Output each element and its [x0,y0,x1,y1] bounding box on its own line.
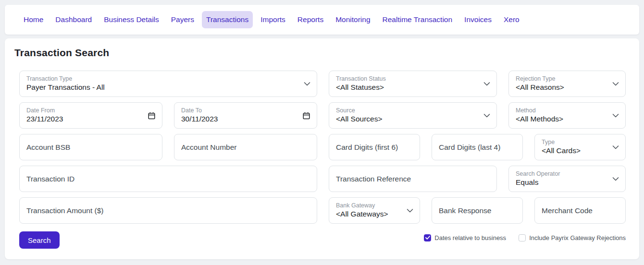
source-select[interactable]: Source <All Sources> [329,102,497,129]
card-digits-first6-input[interactable] [329,134,420,160]
checkbox-group: Dates relative to business Include Payri… [424,234,626,241]
nav-item-business-details[interactable]: Business Details [99,11,163,28]
transaction-reference-input[interactable] [329,166,496,192]
nav-item-payers[interactable]: Payers [167,11,198,28]
search-operator-value: Equals [516,178,619,188]
form-row-3: Type <All Cards> [19,134,626,160]
nav-item-xero[interactable]: Xero [499,11,524,28]
merchant-code-input[interactable] [535,198,625,223]
chevron-down-icon [304,82,310,86]
transaction-status-label: Transaction Status [336,75,490,83]
checkbox-checked-icon[interactable] [424,234,431,241]
bank-response-input[interactable] [432,198,522,223]
bank-gateway-value: <All Gateways> [336,209,413,219]
chevron-down-icon [483,113,490,118]
nav-item-imports[interactable]: Imports [256,11,290,28]
form-row-4: Search Operator Equals [19,166,626,192]
transaction-type-select[interactable]: Transaction Type Payer Transactions - Al… [19,71,317,97]
chevron-down-icon [407,208,413,213]
card-digits-last4-input[interactable] [432,134,522,160]
rejection-type-label: Rejection Type [516,75,619,83]
transaction-search-panel: Transaction Search Transaction Type Paye… [5,38,639,259]
method-value: <All Methods> [516,114,619,124]
search-button[interactable]: Search [19,231,60,249]
transaction-amount-field [19,197,317,224]
search-form: Transaction Type Payer Transactions - Al… [5,59,639,249]
chevron-down-icon [612,82,619,86]
nav-item-home[interactable]: Home [19,11,48,28]
top-navigation: Home Dashboard Business Details Payers T… [5,5,639,35]
chevron-down-icon [612,113,619,118]
chevron-down-icon [612,177,619,181]
dates-relative-label: Dates relative to business [434,234,506,241]
search-operator-label: Search Operator [516,170,619,178]
nav-item-transactions[interactable]: Transactions [202,11,253,28]
nav-item-realtime-transaction[interactable]: Realtime Transaction [378,11,457,28]
page-title: Transaction Search [5,38,639,59]
include-payrix-rejections-label: Include Payrix Gateway Rejections [529,234,626,241]
chevron-down-icon [612,145,619,149]
account-number-input[interactable] [174,134,317,160]
account-number-field [174,134,317,160]
transaction-amount-input[interactable] [20,198,317,223]
rejection-type-value: <All Reasons> [516,83,619,93]
date-from-field[interactable]: Date From 23/11/2023 [19,102,162,129]
card-type-select[interactable]: Type <All Cards> [534,134,626,160]
bank-gateway-label: Bank Gateway [336,202,413,210]
date-from-value: 23/11/2023 [26,114,155,124]
card-digits-first6-field [329,134,420,160]
date-to-label: Date To [181,107,310,115]
nav-item-monitoring[interactable]: Monitoring [331,11,374,28]
transaction-id-field [19,166,317,192]
form-footer: Search Dates relative to business Includ… [19,231,626,249]
bank-gateway-select[interactable]: Bank Gateway <All Gateways> [329,197,420,224]
account-bsb-input[interactable] [20,134,162,160]
date-to-field[interactable]: Date To 30/11/2023 [174,102,317,129]
include-payrix-rejections-checkbox[interactable]: Include Payrix Gateway Rejections [519,234,626,241]
rejection-type-select[interactable]: Rejection Type <All Reasons> [508,71,626,97]
nav-item-invoices[interactable]: Invoices [460,11,496,28]
card-type-value: <All Cards> [542,146,619,156]
form-row-1: Transaction Type Payer Transactions - Al… [19,71,626,97]
method-label: Method [516,107,619,115]
transaction-status-select[interactable]: Transaction Status <All Statuses> [329,71,497,97]
date-from-label: Date From [26,107,155,115]
nav-item-reports[interactable]: Reports [293,11,328,28]
chevron-down-icon [483,82,490,86]
transaction-reference-field [329,166,497,192]
dates-relative-checkbox[interactable]: Dates relative to business [424,234,506,241]
transaction-type-value: Payer Transactions - All [26,83,310,93]
transaction-type-label: Transaction Type [26,75,310,83]
account-bsb-field [19,134,162,160]
calendar-icon[interactable] [148,111,156,120]
bank-response-field [432,197,523,224]
nav-item-dashboard[interactable]: Dashboard [51,11,96,28]
checkbox-unchecked-icon[interactable] [519,234,526,241]
card-digits-last4-field [432,134,523,160]
form-row-2: Date From 23/11/2023 Date To 30/11/2023 … [19,102,626,129]
transaction-status-value: <All Statuses> [336,83,490,93]
method-select[interactable]: Method <All Methods> [508,102,626,129]
transaction-id-input[interactable] [20,166,317,192]
card-type-label: Type [542,138,619,146]
calendar-icon[interactable] [302,111,310,120]
date-to-value: 30/11/2023 [181,114,310,124]
search-operator-select[interactable]: Search Operator Equals [508,166,626,192]
merchant-code-field [534,197,626,224]
form-row-5: Bank Gateway <All Gateways> [19,197,626,224]
source-value: <All Sources> [336,114,490,124]
source-label: Source [336,107,490,115]
